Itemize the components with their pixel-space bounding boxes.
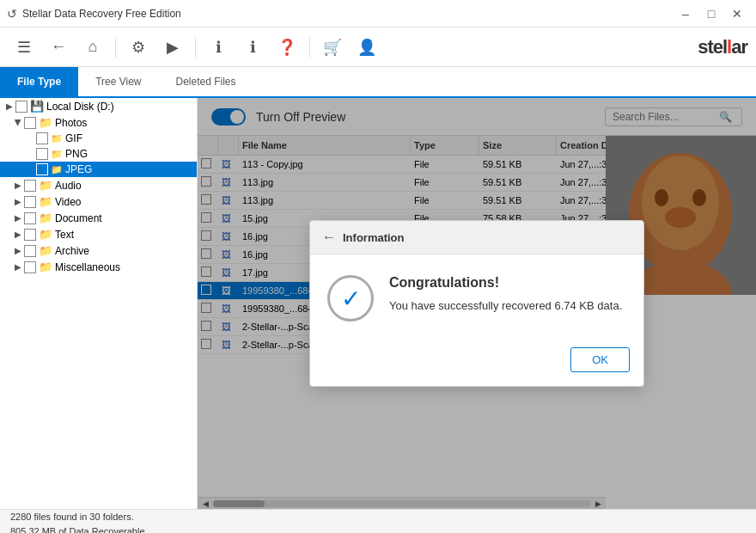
app-title: Stellar Data Recovery Free Edition xyxy=(22,8,181,20)
document-folder-icon: 📁 xyxy=(39,211,52,224)
checkbox-audio[interactable] xyxy=(24,180,36,192)
info2-button[interactable]: ℹ xyxy=(237,32,268,63)
stellar-logo: stellar xyxy=(698,36,747,58)
modal-title: Information xyxy=(343,231,405,244)
title-bar-left: ↺ Stellar Data Recovery Free Edition xyxy=(7,7,181,21)
archive-label: Archive xyxy=(55,245,89,257)
modal-body: ✓ Congratulations! You have successfully… xyxy=(310,254,643,339)
toolbar-separator-1 xyxy=(115,37,116,58)
tab-file-type[interactable]: File Type xyxy=(0,67,78,96)
information-modal: ← Information ✓ Congratulations! You hav… xyxy=(309,220,644,387)
chevron-video-icon: ▶ xyxy=(12,197,24,206)
chevron-archive-icon: ▶ xyxy=(12,246,24,255)
info1-button[interactable]: ℹ xyxy=(203,32,234,63)
content-panel: Turn Off Preview 🔍 File Na xyxy=(198,98,756,509)
chevron-document-icon: ▶ xyxy=(12,213,24,223)
tab-tree-view[interactable]: Tree View xyxy=(78,67,158,96)
modal-header: ← Information xyxy=(310,221,643,254)
sidebar-item-archive[interactable]: ▶ 📁 Archive xyxy=(0,242,197,259)
video-label: Video xyxy=(55,196,81,208)
photos-label: Photos xyxy=(55,117,87,129)
sidebar-item-audio[interactable]: ▶ 📁 Audio xyxy=(0,177,197,193)
checkbox-gif[interactable] xyxy=(36,132,48,144)
photos-folder-icon: 📁 xyxy=(39,116,52,129)
tab-bar: File Type Tree View Deleted Files xyxy=(0,67,756,98)
sidebar-item-text[interactable]: ▶ 📁 Text xyxy=(0,226,197,242)
checkbox-video[interactable] xyxy=(24,196,36,208)
checkbox-archive[interactable] xyxy=(24,245,36,257)
bottom-area: 2280 files found in 30 folders. 805.32 M… xyxy=(0,509,756,533)
sidebar-item-video[interactable]: ▶ 📁 Video xyxy=(0,193,197,210)
chevron-audio-icon: ▶ xyxy=(12,181,24,190)
settings-button[interactable]: ⚙ xyxy=(123,32,154,63)
cart-button[interactable]: 🛒 xyxy=(317,32,348,63)
maximize-button[interactable]: □ xyxy=(699,2,723,26)
chevron-text-icon: ▶ xyxy=(12,230,24,239)
sidebar-item-jpeg[interactable]: 📁 JPEG xyxy=(0,162,197,177)
status-bar: 2280 files found in 30 folders. 805.32 M… xyxy=(0,509,756,533)
back-button[interactable]: ← xyxy=(43,32,74,63)
toolbar: ☰ ← ⌂ ⚙ ▶ ℹ ℹ ❓ 🛒 👤 stellar xyxy=(0,28,756,67)
archive-folder-icon: 📁 xyxy=(39,244,52,257)
hamburger-button[interactable]: ☰ xyxy=(9,32,40,63)
local-disk-label: Local Disk (D:) xyxy=(46,101,114,113)
checkbox-jpeg[interactable] xyxy=(36,163,48,175)
sidebar-item-misc[interactable]: ▶ 📁 Miscellaneous xyxy=(0,259,197,275)
gif-folder-icon: 📁 xyxy=(51,133,63,144)
modal-description: You have successfully recovered 6.74 KB … xyxy=(389,297,626,315)
misc-label: Miscellaneous xyxy=(55,261,120,273)
ok-button[interactable]: OK xyxy=(570,347,630,372)
checkbox-local-disk[interactable] xyxy=(15,101,27,113)
sidebar-item-local-disk[interactable]: ▶ 💾 Local Disk (D:) xyxy=(0,98,197,114)
png-folder-icon: 📁 xyxy=(51,149,63,160)
home-button[interactable]: ⌂ xyxy=(77,32,108,63)
modal-back-button[interactable]: ← xyxy=(322,230,336,245)
modal-text: Congratulations! You have successfully r… xyxy=(389,275,626,315)
check-icon: ✓ xyxy=(341,285,361,313)
video-folder-icon: 📁 xyxy=(39,195,52,208)
chevron-icon: ▶ xyxy=(3,101,15,111)
modal-overlay: ← Information ✓ Congratulations! You hav… xyxy=(198,98,756,509)
sidebar: ▶ 💾 Local Disk (D:) ▶ 📁 Photos 📁 GIF 📁 P… xyxy=(0,98,198,509)
checkbox-misc[interactable] xyxy=(24,261,36,273)
toolbar-separator-2 xyxy=(195,37,196,58)
jpeg-label: JPEG xyxy=(65,163,92,175)
audio-label: Audio xyxy=(55,180,82,192)
modal-footer: OK xyxy=(310,339,643,386)
data-recoverable-text: 805.32 MB of Data Recoverable. xyxy=(10,524,148,533)
checkbox-photos[interactable] xyxy=(24,117,36,129)
app-icon: ↺ xyxy=(7,7,17,21)
sidebar-item-document[interactable]: ▶ 📁 Document xyxy=(0,210,197,226)
success-circle: ✓ xyxy=(327,275,374,322)
text-label: Text xyxy=(55,229,74,241)
title-bar: ↺ Stellar Data Recovery Free Edition – □… xyxy=(0,0,756,28)
sidebar-item-photos[interactable]: ▶ 📁 Photos xyxy=(0,114,197,131)
help-button[interactable]: ❓ xyxy=(271,32,302,63)
disk-icon: 💾 xyxy=(30,100,44,113)
tab-deleted-files[interactable]: Deleted Files xyxy=(158,67,253,96)
checkbox-png[interactable] xyxy=(36,148,48,160)
logo-highlight: l xyxy=(727,36,731,58)
checkbox-text[interactable] xyxy=(24,229,36,241)
chevron-photos-icon: ▶ xyxy=(14,117,23,129)
sidebar-item-gif[interactable]: 📁 GIF xyxy=(0,131,197,146)
document-label: Document xyxy=(55,212,102,224)
close-button[interactable]: ✕ xyxy=(725,2,749,26)
jpeg-folder-icon: 📁 xyxy=(51,164,63,175)
gif-label: GIF xyxy=(65,132,82,144)
congrats-text: Congratulations! xyxy=(389,275,626,291)
chevron-misc-icon: ▶ xyxy=(12,262,24,272)
audio-folder-icon: 📁 xyxy=(39,179,52,192)
text-folder-icon: 📁 xyxy=(39,228,52,241)
files-found-text: 2280 files found in 30 folders. xyxy=(10,510,148,524)
main-content: ▶ 💾 Local Disk (D:) ▶ 📁 Photos 📁 GIF 📁 P… xyxy=(0,98,756,509)
status-text: 2280 files found in 30 folders. 805.32 M… xyxy=(10,510,148,533)
toolbar-separator-3 xyxy=(309,37,310,58)
window-controls: – □ ✕ xyxy=(674,2,749,26)
minimize-button[interactable]: – xyxy=(674,2,698,26)
play-button[interactable]: ▶ xyxy=(157,32,188,63)
misc-folder-icon: 📁 xyxy=(39,260,52,273)
user-button[interactable]: 👤 xyxy=(351,32,382,63)
sidebar-item-png[interactable]: 📁 PNG xyxy=(0,146,197,162)
checkbox-document[interactable] xyxy=(24,212,36,224)
